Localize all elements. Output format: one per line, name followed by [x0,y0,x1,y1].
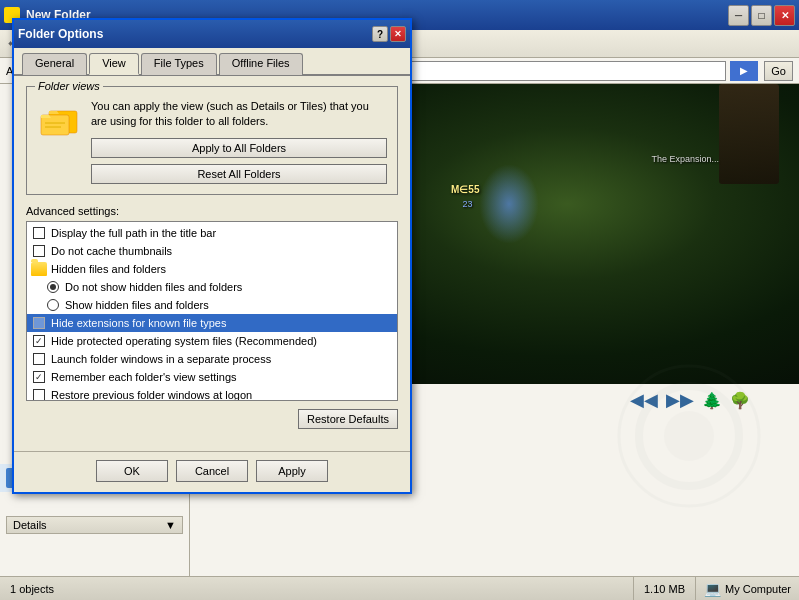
radio-show-hidden-icon [45,297,61,313]
dialog-bottom-buttons: OK Cancel Apply [14,451,410,492]
folder-views-description: You can apply the view (such as Details … [91,97,387,130]
details-label: Details [13,519,47,531]
checkbox-remember-view-icon [31,369,47,385]
tab-strip: General View File Types Offline Files [14,48,410,76]
radio-do-not-show[interactable] [47,281,59,293]
tab-general[interactable]: General [22,53,87,75]
watermark-image [609,356,769,516]
checkbox-remember-view[interactable] [33,371,45,383]
setting-no-cache-thumbnails[interactable]: Do not cache thumbnails [27,242,397,260]
setting-launch-folder-windows[interactable]: Launch folder windows in a separate proc… [27,350,397,368]
game-text-overlay: The Expansion... [651,154,719,164]
settings-list: Display the full path in the title bar D… [27,222,397,401]
checkbox-display-full-path[interactable] [33,227,45,239]
details-dropdown[interactable]: Details ▼ [6,516,183,534]
folder-options-dialog: Folder Options ? ✕ General View File Typ… [12,18,412,494]
setting-do-not-show-hidden[interactable]: Do not show hidden files and folders [27,278,397,296]
ok-button[interactable]: OK [96,460,168,482]
svg-point-2 [664,411,714,461]
checkbox-no-cache-icon [31,243,47,259]
minimize-button[interactable]: ─ [728,5,749,26]
game-character-level: 23 [463,199,473,209]
folder-views-legend: Folder views [35,80,103,92]
folder-header-icon [31,261,47,277]
restore-btn-row: Restore Defaults [26,409,398,429]
checkbox-no-cache[interactable] [33,245,45,257]
folder-icon-area [37,97,81,141]
setting-show-hidden[interactable]: Show hidden files and folders [27,296,397,314]
folder-icon [39,101,79,137]
checkbox-launch-folder[interactable] [33,353,45,365]
settings-list-container[interactable]: Display the full path in the title bar D… [26,221,398,401]
dialog-titlebar: Folder Options ? ✕ [14,20,410,48]
checkbox-restore-folders-icon [31,387,47,401]
address-go-arrow[interactable]: ▶ [730,61,758,81]
setting-restore-folders[interactable]: Restore previous folder windows at logon [27,386,397,401]
dialog-help-button[interactable]: ? [372,26,388,42]
checkbox-hide-os[interactable] [33,335,45,347]
close-button[interactable]: ✕ [774,5,795,26]
setting-hide-extensions[interactable]: Hide extensions for known file types [27,314,397,332]
dialog-body: Folder views [14,76,410,447]
apply-button[interactable]: Apply [256,460,328,482]
tab-file-types[interactable]: File Types [141,53,217,75]
status-objects: 1 objects [0,577,634,600]
radio-do-not-show-icon [45,279,61,295]
game-character-name: M∈55 [451,184,479,195]
cancel-button[interactable]: Cancel [176,460,248,482]
setting-hide-protected-os[interactable]: Hide protected operating system files (R… [27,332,397,350]
restore-defaults-button[interactable]: Restore Defaults [298,409,398,429]
explorer-statusbar: 1 objects 1.10 MB 💻 My Computer [0,576,799,600]
checkbox-hide-os-icon [31,333,47,349]
dialog-close-button[interactable]: ✕ [390,26,406,42]
apply-to-all-folders-button[interactable]: Apply to All Folders [91,138,387,158]
go-button[interactable]: Go [764,61,793,81]
folder-views-buttons: Apply to All Folders Reset All Folders [91,138,387,184]
setting-remember-view[interactable]: Remember each folder's view settings [27,368,397,386]
status-my-computer: 💻 My Computer [696,581,799,597]
checkbox-display-full-path-icon [31,225,47,241]
tab-view[interactable]: View [89,53,139,75]
reset-all-folders-button[interactable]: Reset All Folders [91,164,387,184]
folder-views-box: Folder views [26,86,398,195]
checkbox-launch-folder-icon [31,351,47,367]
advanced-settings-label: Advanced settings: [26,205,398,217]
dialog-title: Folder Options [18,27,103,41]
tab-offline-files[interactable]: Offline Files [219,53,303,75]
setting-hidden-files-header: Hidden files and folders [27,260,397,278]
checkbox-restore-folders[interactable] [33,389,45,401]
status-size: 1.10 MB [634,577,696,600]
checkbox-hide-ext-icon [31,315,47,331]
checkbox-hide-ext[interactable] [33,317,45,329]
folder-views-content: You can apply the view (such as Details … [37,93,387,184]
details-chevron-icon: ▼ [165,519,176,531]
titlebar-buttons: ─ □ ✕ [728,5,795,26]
radio-show-hidden[interactable] [47,299,59,311]
hidden-folder-icon [31,262,47,276]
setting-display-full-path[interactable]: Display the full path in the title bar [27,224,397,242]
maximize-button[interactable]: □ [751,5,772,26]
